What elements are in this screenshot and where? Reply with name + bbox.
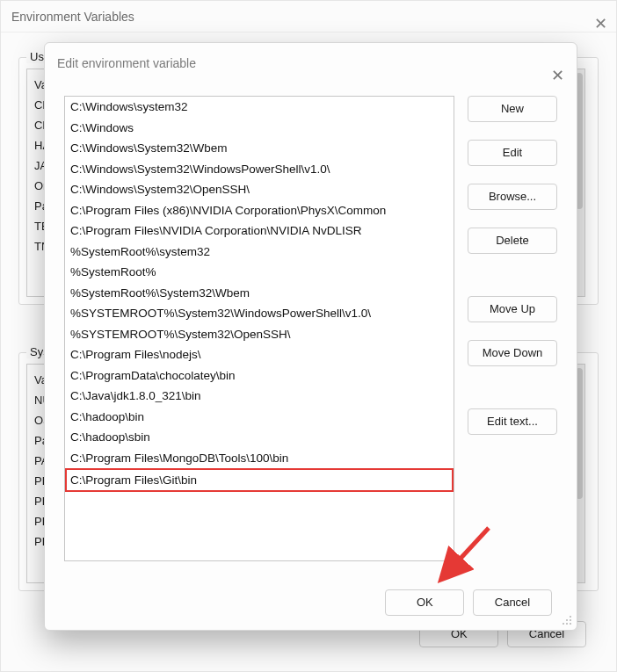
edit-text-button[interactable]: Edit text... [468, 408, 557, 435]
ok-button[interactable]: OK [385, 589, 464, 616]
path-item[interactable]: C:\Program Files (x86)\NVIDIA Corporatio… [65, 200, 454, 221]
edit-button[interactable]: Edit [468, 140, 557, 166]
move-down-button[interactable]: Move Down [468, 340, 557, 366]
svg-rect-2 [570, 619, 571, 621]
svg-rect-4 [566, 623, 568, 625]
env-vars-title-bar: Environment Variables ✕ [1, 1, 616, 33]
path-item[interactable]: %SYSTEMROOT%\System32\OpenSSH\ [65, 324, 454, 345]
path-item[interactable]: C:\Program Files\Git\bin [65, 468, 454, 492]
new-button[interactable]: New [468, 96, 557, 122]
path-item[interactable]: C:\Windows\system32 [65, 97, 454, 118]
env-vars-title: Environment Variables [11, 10, 134, 24]
browse-button[interactable]: Browse... [468, 184, 557, 210]
path-item[interactable]: C:\Windows\System32\Wbem [65, 138, 454, 159]
path-item[interactable]: C:\Java\jdk1.8.0_321\bin [65, 386, 454, 407]
edit-env-buttons: New Edit Browse... Delete Move Up Move D… [468, 96, 557, 452]
path-item[interactable]: C:\Windows\System32\OpenSSH\ [65, 179, 454, 200]
path-item[interactable]: C:\Program Files\NVIDIA Corporation\NVID… [65, 220, 454, 242]
cancel-button[interactable]: Cancel [473, 589, 552, 616]
path-item[interactable]: %SystemRoot%\system32 [65, 242, 454, 263]
close-icon[interactable]: ✕ [594, 8, 607, 40]
svg-rect-1 [566, 619, 568, 621]
path-item[interactable]: C:\ProgramData\chocolatey\bin [65, 365, 454, 387]
path-item[interactable]: %SystemRoot% [65, 262, 454, 283]
edit-env-var-title-bar: Edit environment variable ✕ [45, 43, 577, 83]
edit-env-var-title: Edit environment variable [57, 56, 196, 70]
path-item[interactable]: %SYSTEMROOT%\System32\WindowsPowerShell\… [65, 303, 454, 324]
path-item[interactable]: C:\Windows\System32\WindowsPowerShell\v1… [65, 159, 454, 180]
move-up-button[interactable]: Move Up [468, 296, 557, 322]
svg-rect-3 [563, 623, 564, 625]
path-item[interactable]: C:\Program Files\MongoDB\Tools\100\bin [65, 448, 454, 469]
path-listbox[interactable]: C:\Windows\system32C:\WindowsC:\Windows\… [64, 96, 454, 561]
edit-env-var-dialog: Edit environment variable ✕ C:\Windows\s… [44, 42, 577, 631]
path-item[interactable]: C:\Program Files\nodejs\ [65, 344, 454, 365]
svg-rect-0 [570, 616, 571, 618]
path-item[interactable]: C:\Windows [65, 118, 454, 139]
close-icon[interactable]: ✕ [551, 55, 564, 96]
path-item[interactable]: C:\hadoop\sbin [65, 427, 454, 448]
resize-grip-icon[interactable] [563, 616, 573, 626]
svg-rect-5 [570, 623, 571, 625]
path-item[interactable]: %SystemRoot%\System32\Wbem [65, 283, 454, 304]
delete-button[interactable]: Delete [468, 228, 557, 254]
path-item[interactable]: C:\hadoop\bin [65, 407, 454, 428]
